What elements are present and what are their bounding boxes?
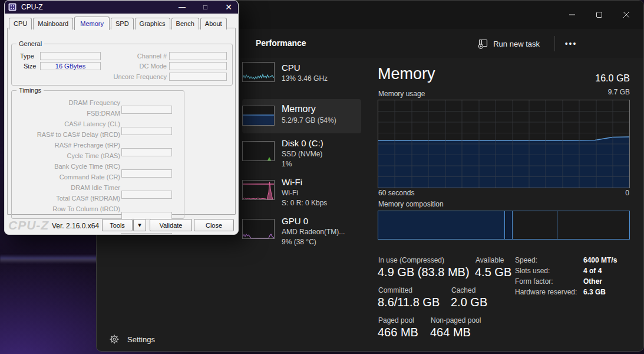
page-title: Performance bbox=[256, 38, 306, 48]
cpuz-window: CPU-Z — □ ✕ CPU Mainboard Memory SPD Gra… bbox=[4, 0, 239, 235]
desktop: Performance Run new task ••• bbox=[0, 0, 644, 354]
sidebar-item-cpu[interactable]: CPU 13% 3.46 GHz bbox=[242, 62, 361, 97]
memory-title: Memory bbox=[378, 65, 435, 83]
run-new-task-label: Run new task bbox=[493, 40, 540, 48]
chart-time-span: 60 seconds bbox=[378, 189, 414, 197]
channel-label: Channel # bbox=[137, 53, 167, 60]
available-value: 4.5 GB bbox=[475, 266, 511, 279]
paged-pool-value: 466 MB bbox=[378, 326, 418, 339]
sidebar-disk-type: SSD (NVMe) bbox=[282, 149, 323, 159]
sidebar-gpu-stats: 9% (38 °C) bbox=[282, 237, 345, 247]
taskmgr-maximize-button[interactable] bbox=[586, 1, 613, 29]
timings-groupbox: Timings DRAM Frequency FSB:DRAM CAS# Lat… bbox=[11, 90, 184, 219]
cpuz-close-button[interactable]: ✕ bbox=[225, 2, 232, 12]
detail-slots-used: Slots used:4 of 4 bbox=[515, 267, 602, 275]
type-label: Type bbox=[20, 53, 34, 60]
sidebar-wifi-name: Wi-Fi bbox=[282, 176, 327, 188]
cpuz-window-title: CPU-Z bbox=[21, 3, 43, 11]
sidebar-memory-name: Memory bbox=[282, 103, 336, 116]
timing-label-ras-precharge: RAS# Precharge (tRP) bbox=[55, 142, 120, 149]
maximize-icon bbox=[596, 11, 603, 18]
cpuz-logo: CPU-Z bbox=[8, 218, 49, 232]
run-new-task-button[interactable]: Run new task bbox=[473, 35, 544, 53]
memory-sparkline bbox=[242, 106, 275, 126]
header-divider bbox=[554, 36, 555, 51]
channel-field[interactable] bbox=[169, 52, 227, 60]
cpuz-minimize-button[interactable]: — bbox=[179, 3, 186, 11]
paged-pool-label: Paged pool bbox=[378, 316, 414, 324]
memory-composition-bar bbox=[378, 211, 630, 240]
more-options-button[interactable]: ••• bbox=[560, 35, 582, 53]
dc-mode-field[interactable] bbox=[169, 62, 227, 70]
tab-about[interactable]: About bbox=[200, 18, 227, 30]
detail-speed: Speed:6400 MT/s bbox=[515, 256, 617, 264]
detail-form-factor: Form factor:Other bbox=[515, 277, 602, 286]
taskmgr-close-button[interactable] bbox=[613, 1, 640, 29]
memory-usage-label: Memory usage bbox=[378, 90, 425, 98]
sidebar-cpu-name: CPU bbox=[282, 62, 328, 74]
timing-label-ras-to-cas: RAS# to CAS# Delay (tRCD) bbox=[37, 131, 120, 138]
sidebar-item-disk[interactable]: Disk 0 (C:) SSD (NVMe) 1% bbox=[242, 137, 361, 176]
tab-cpu[interactable]: CPU bbox=[9, 18, 32, 30]
taskmgr-minimize-button[interactable] bbox=[559, 1, 586, 29]
wifi-sparkline bbox=[242, 180, 275, 200]
tools-dropdown-button[interactable]: ▾ bbox=[133, 219, 146, 231]
uncore-frequency-field[interactable] bbox=[169, 73, 227, 81]
run-new-task-icon bbox=[478, 39, 488, 49]
validate-button[interactable]: Validate bbox=[150, 219, 192, 231]
memory-usage-max: 9.7 GB bbox=[608, 88, 630, 96]
sidebar-item-gpu[interactable]: GPU 0 AMD Radeon(TM)... 9% (38 °C) bbox=[242, 215, 361, 254]
sidebar-disk-stats: 1% bbox=[282, 159, 323, 169]
cached-label: Cached bbox=[451, 286, 475, 294]
timing-label-cycle-time: Cycle Time (tRAS) bbox=[67, 152, 120, 159]
type-field[interactable] bbox=[40, 52, 101, 60]
tab-spd[interactable]: SPD bbox=[111, 18, 134, 30]
timing-label-fsb-dram: FSB:DRAM bbox=[87, 110, 120, 117]
size-label: Size bbox=[24, 63, 36, 70]
minimize-icon bbox=[569, 11, 576, 18]
memory-detail-panel: Memory 16.0 GB Memory usage 9.7 GB bbox=[378, 58, 630, 352]
tab-graphics[interactable]: Graphics bbox=[135, 18, 170, 30]
sidebar-wifi-type: Wi-Fi bbox=[282, 188, 327, 198]
timing-label-total-cas: Total CAS# (tRDRAM) bbox=[56, 195, 120, 202]
memory-total: 16.0 GB bbox=[595, 73, 630, 84]
timing-label-command-rate: Command Rate (CR) bbox=[60, 173, 120, 181]
close-button[interactable]: Close bbox=[194, 219, 234, 231]
cpuz-titlebar[interactable]: CPU-Z — □ ✕ bbox=[5, 1, 238, 14]
cpuz-maximize-button[interactable]: □ bbox=[203, 3, 207, 11]
disk-sparkline bbox=[242, 141, 275, 161]
gear-icon bbox=[110, 335, 119, 344]
general-legend: General bbox=[16, 40, 44, 47]
tools-button[interactable]: Tools bbox=[102, 219, 133, 231]
timing-label-cas-latency: CAS# Latency (CL) bbox=[64, 120, 120, 127]
sidebar-item-wifi[interactable]: Wi-Fi Wi-Fi S: 0 R: 0 Kbps bbox=[242, 176, 361, 215]
memory-composition-label: Memory composition bbox=[378, 200, 444, 208]
memory-tab-page: General Type Channel # Size 16 GBytes DC… bbox=[7, 28, 236, 215]
tab-mainboard[interactable]: Mainboard bbox=[33, 18, 73, 30]
cpuz-client-area: CPU Mainboard Memory SPD Graphics Bench … bbox=[5, 14, 238, 234]
gpu-sparkline bbox=[242, 219, 275, 239]
tab-memory[interactable]: Memory bbox=[74, 17, 110, 30]
timing-label-row-to-column: Row To Column (tRCD) bbox=[52, 205, 120, 212]
sidebar-cpu-stats: 13% 3.46 GHz bbox=[282, 74, 328, 84]
chart-time-zero: 0 bbox=[625, 189, 629, 197]
uncore-frequency-label: Uncore Frequency bbox=[114, 73, 167, 80]
cpuz-version: Ver. 2.16.0.x64 bbox=[52, 222, 99, 230]
wallpaper-streak bbox=[0, 254, 100, 264]
tab-bench[interactable]: Bench bbox=[171, 18, 199, 30]
in-use-label: In use (Compressed) bbox=[378, 256, 444, 264]
dc-mode-label: DC Mode bbox=[140, 63, 167, 70]
sidebar-wifi-stats: S: 0 R: 0 Kbps bbox=[282, 198, 327, 208]
sidebar-item-memory[interactable]: Memory 5.2/9.7 GB (54%) bbox=[242, 101, 361, 136]
settings-label: Settings bbox=[127, 335, 155, 344]
committed-label: Committed bbox=[378, 286, 412, 294]
timing-label-dram-frequency: DRAM Frequency bbox=[69, 99, 120, 106]
settings-button[interactable]: Settings bbox=[106, 332, 158, 346]
composition-segment-modified bbox=[506, 211, 513, 239]
size-field[interactable]: 16 GBytes bbox=[40, 62, 101, 70]
timing-label-dram-idle-timer: DRAM Idle Timer bbox=[71, 184, 120, 191]
memory-usage-chart bbox=[378, 100, 630, 188]
non-paged-pool-value: 464 MB bbox=[430, 326, 471, 339]
cpuz-footer: CPU-Z Ver. 2.16.0.x64 Tools ▾ Validate C… bbox=[5, 215, 238, 235]
close-icon bbox=[623, 11, 630, 18]
